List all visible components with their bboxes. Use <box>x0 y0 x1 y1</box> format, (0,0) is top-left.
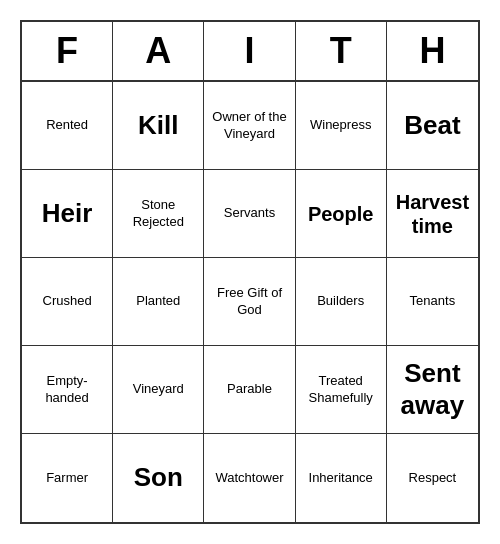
bingo-cell-3: Winepress <box>296 82 387 170</box>
bingo-cell-17: Parable <box>204 346 295 434</box>
bingo-cell-13: Builders <box>296 258 387 346</box>
bingo-cell-14: Tenants <box>387 258 478 346</box>
bingo-cell-0: Rented <box>22 82 113 170</box>
bingo-cell-7: Servants <box>204 170 295 258</box>
header-letter-T: T <box>296 22 387 80</box>
bingo-cell-22: Watchtower <box>204 434 295 522</box>
bingo-cell-8: People <box>296 170 387 258</box>
bingo-cell-6: Stone Rejected <box>113 170 204 258</box>
bingo-cell-12: Free Gift of God <box>204 258 295 346</box>
bingo-cell-2: Owner of the Vineyard <box>204 82 295 170</box>
header-letter-I: I <box>204 22 295 80</box>
bingo-card: FAITH RentedKillOwner of the VineyardWin… <box>20 20 480 524</box>
bingo-cell-5: Heir <box>22 170 113 258</box>
bingo-cell-23: Inheritance <box>296 434 387 522</box>
bingo-header: FAITH <box>22 22 478 82</box>
bingo-cell-9: Harvest time <box>387 170 478 258</box>
bingo-cell-1: Kill <box>113 82 204 170</box>
bingo-cell-11: Planted <box>113 258 204 346</box>
bingo-cell-15: Empty-handed <box>22 346 113 434</box>
bingo-cell-4: Beat <box>387 82 478 170</box>
bingo-cell-19: Sent away <box>387 346 478 434</box>
bingo-cell-10: Crushed <box>22 258 113 346</box>
bingo-cell-20: Farmer <box>22 434 113 522</box>
header-letter-A: A <box>113 22 204 80</box>
header-letter-H: H <box>387 22 478 80</box>
bingo-cell-18: Treated Shamefully <box>296 346 387 434</box>
bingo-cell-21: Son <box>113 434 204 522</box>
header-letter-F: F <box>22 22 113 80</box>
bingo-cell-24: Respect <box>387 434 478 522</box>
bingo-cell-16: Vineyard <box>113 346 204 434</box>
bingo-grid: RentedKillOwner of the VineyardWinepress… <box>22 82 478 522</box>
